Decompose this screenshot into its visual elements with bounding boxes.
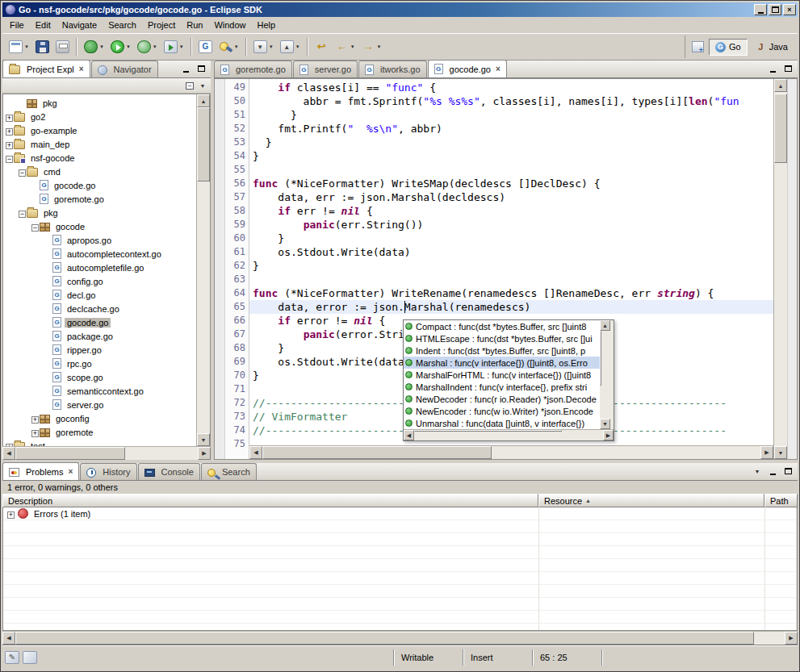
editor-minimize-button[interactable] <box>766 63 779 74</box>
tab-close-icon[interactable]: × <box>494 65 501 73</box>
code-line-55[interactable] <box>249 163 773 177</box>
menu-edit[interactable]: Edit <box>30 19 57 31</box>
tree-item-go2[interactable]: +go2 <box>3 110 196 123</box>
scroll-up-button[interactable]: ▲ <box>774 79 787 92</box>
dropdown-arrow-icon[interactable]: ▼ <box>126 44 131 49</box>
editor-vertical-scrollbar[interactable]: ▲ ▼ <box>773 79 787 459</box>
tree-item-cmd[interactable]: −cmd <box>3 165 196 178</box>
dropdown-arrow-icon[interactable]: ▼ <box>153 44 157 49</box>
column-header-resource[interactable]: Resource▲ <box>538 494 764 507</box>
collapse-expander-icon[interactable]: − <box>18 167 27 177</box>
problems-maximize-button[interactable] <box>781 465 794 477</box>
column-header-description[interactable]: Description <box>2 494 538 507</box>
code-line-51[interactable]: } <box>249 108 773 122</box>
explorer-view-menu-button[interactable]: ▼ <box>196 80 209 91</box>
tab-history[interactable]: History <box>80 463 136 480</box>
popup-vertical-scrollbar[interactable]: ▲ ▼ <box>600 320 614 429</box>
code-line-65[interactable]: data, error := json.Marshal(renamedescs) <box>249 300 773 314</box>
dropdown-arrow-icon[interactable]: ▼ <box>179 44 184 49</box>
next-annotation-button[interactable]: ▼▼ <box>251 39 276 55</box>
editor-maximize-button[interactable] <box>781 63 794 74</box>
tab-navigator[interactable]: Navigator <box>91 61 158 77</box>
previous-annotation-button[interactable]: ▲▼ <box>278 39 303 55</box>
tab-problems[interactable]: Problems× <box>2 462 79 480</box>
overview-ruler[interactable] <box>787 79 797 459</box>
collapse-all-button[interactable]: − <box>183 80 196 91</box>
dropdown-arrow-icon[interactable]: ▼ <box>377 44 382 49</box>
scrollbar-thumb[interactable] <box>414 430 562 432</box>
code-line-59[interactable]: panic(err.String()) <box>249 218 773 232</box>
menu-project[interactable]: Project <box>142 19 181 31</box>
completion-item-marshalforhtml[interactable]: MarshalForHTML : func(v interface{}) ([]… <box>404 369 600 381</box>
tab-close-icon[interactable]: × <box>77 65 84 73</box>
tree-item-pkg[interactable]: −pkg <box>3 206 196 219</box>
tree-item-decl-go[interactable]: Gdecl.go <box>3 288 196 302</box>
tab-gocode-go[interactable]: Ggocode.go× <box>428 60 507 77</box>
tree-item-scope-go[interactable]: Gscope.go <box>3 370 196 384</box>
expand-expander-icon[interactable]: + <box>5 140 14 149</box>
code-line-61[interactable]: os.Stdout.Write(data) <box>249 245 773 259</box>
fast-view-icon[interactable] <box>5 651 19 664</box>
collapse-expander-icon[interactable]: − <box>31 222 40 232</box>
tree-item-gocode[interactable]: −gocode <box>3 219 196 233</box>
tree-item-autocompletecontext-go[interactable]: Gautocompletecontext.go <box>3 247 196 261</box>
tree-item-gocode-go[interactable]: Ggocode.go <box>3 178 196 192</box>
scroll-up-button[interactable]: ▲ <box>197 94 210 107</box>
code-line-63[interactable] <box>249 273 773 286</box>
scroll-down-button[interactable]: ▼ <box>774 446 787 459</box>
popup-horizontal-scrollbar[interactable]: ◀ ▶ <box>404 429 614 440</box>
code-line-60[interactable]: } <box>249 232 773 245</box>
menu-file[interactable]: File <box>4 19 30 31</box>
scrollbar-thumb[interactable] <box>774 94 787 163</box>
completion-item-compact[interactable]: Compact : func(dst *bytes.Buffer, src []… <box>404 320 600 332</box>
tree-item-semanticcontext-go[interactable]: Gsemanticcontext.go <box>3 384 196 398</box>
editor-horizontal-scrollbar[interactable]: ◀ ▶ <box>249 445 773 459</box>
dropdown-arrow-icon[interactable]: ▼ <box>99 44 104 49</box>
completion-item-unmarshal[interactable]: Unmarshal : func(data []uint8, v interfa… <box>404 417 600 429</box>
expand-expander-icon[interactable]: + <box>5 112 14 122</box>
scrollbar-thumb[interactable] <box>15 447 125 460</box>
tree-item-goconfig[interactable]: +goconfig <box>3 411 196 425</box>
tree-item-declcache-go[interactable]: Gdeclcache.go <box>3 302 196 315</box>
explorer-maximize-button[interactable] <box>195 63 207 74</box>
scroll-left-button[interactable]: ◀ <box>2 447 15 460</box>
completion-item-htmlescape[interactable]: HTMLEscape : func(dst *bytes.Buffer, src… <box>404 332 600 344</box>
tab-console[interactable]: Console <box>138 463 200 480</box>
completion-item-newencoder[interactable]: NewEncoder : func(w io.Writer) *json.Enc… <box>404 405 600 417</box>
tree-item-package-go[interactable]: Gpackage.go <box>3 329 196 343</box>
dropdown-arrow-icon[interactable]: ▼ <box>350 44 355 49</box>
expand-expander-icon[interactable]: + <box>6 509 15 519</box>
close-button[interactable]: × <box>783 4 796 15</box>
tab-itworks-go[interactable]: Gitworks.go <box>358 61 427 77</box>
perspective-java[interactable]: JJava <box>749 39 794 56</box>
expand-expander-icon[interactable]: + <box>5 126 14 136</box>
completion-item-marshal[interactable]: Marshal : func(v interface{}) ([]uint8, … <box>404 357 600 369</box>
dropdown-arrow-icon[interactable]: ▼ <box>295 44 300 49</box>
scrollbar-thumb[interactable] <box>600 331 601 386</box>
open-perspective-button[interactable] <box>689 40 706 54</box>
tab-goremote-go[interactable]: Ggoremote.go <box>214 61 292 77</box>
scrollbar-thumb[interactable] <box>262 446 492 459</box>
menu-run[interactable]: Run <box>181 19 208 31</box>
tree-item-ripper-go[interactable]: Gripper.go <box>3 343 196 357</box>
column-header-path[interactable]: Path <box>764 494 798 507</box>
collapse-expander-icon[interactable]: − <box>18 208 27 218</box>
launch-shortcut-icon[interactable] <box>23 651 37 664</box>
tree-item-pkg[interactable]: pkg <box>3 96 196 110</box>
code-line-52[interactable]: fmt.Printf(" %s\n", abbr) <box>249 122 773 136</box>
problems-view-menu-button[interactable]: ▼ <box>751 465 764 477</box>
code-line-62[interactable]: } <box>249 259 773 273</box>
code-line-64[interactable]: func (*NiceFormatter) WriteRename(rename… <box>249 286 773 300</box>
tree-item-test[interactable]: +test <box>3 439 196 446</box>
scroll-left-button[interactable]: ◀ <box>404 430 414 440</box>
expand-expander-icon[interactable]: + <box>31 428 40 437</box>
tree-item-main-dep[interactable]: +main_dep <box>3 137 196 151</box>
maximize-button[interactable] <box>769 4 781 15</box>
dropdown-arrow-icon[interactable]: ▼ <box>24 44 29 49</box>
run-button[interactable]: ▼ <box>108 39 133 55</box>
collapse-expander-icon[interactable]: − <box>5 153 14 163</box>
run-last-tool-button[interactable]: ▼ <box>135 39 160 55</box>
scroll-right-button[interactable]: ▶ <box>198 447 211 460</box>
explorer-vertical-scrollbar[interactable]: ▲ ▼ <box>196 94 210 446</box>
tab-project-expl[interactable]: Project Expl× <box>2 60 90 77</box>
